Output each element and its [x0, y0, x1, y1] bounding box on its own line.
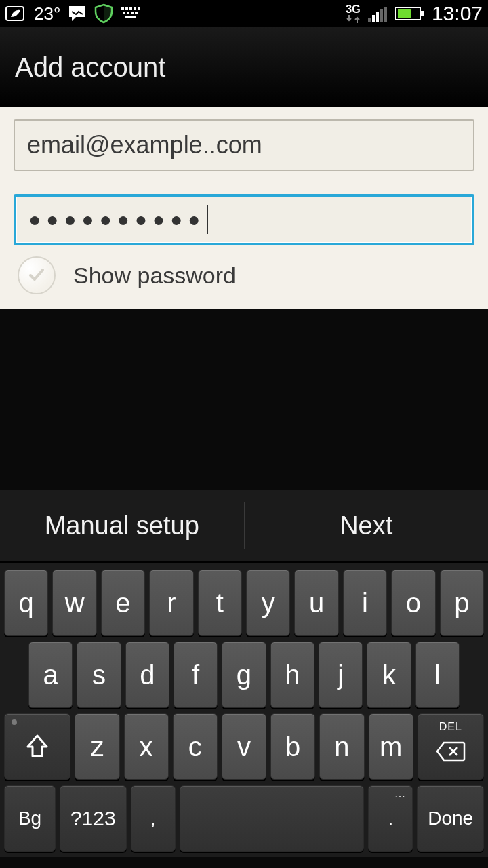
- svg-rect-3: [125, 7, 128, 10]
- key-u[interactable]: u: [294, 570, 338, 636]
- key-c[interactable]: c: [173, 713, 218, 780]
- svg-rect-16: [384, 7, 387, 22]
- svg-rect-11: [125, 16, 136, 18]
- svg-rect-19: [398, 9, 411, 18]
- symbols-key[interactable]: ?123: [60, 785, 127, 852]
- key-d[interactable]: d: [125, 642, 169, 708]
- keyboard-indicator-icon: [120, 6, 143, 21]
- eco-icon: [5, 5, 27, 22]
- svg-rect-15: [380, 9, 383, 22]
- language-key[interactable]: Bg: [4, 785, 56, 852]
- done-key[interactable]: Done: [417, 785, 484, 852]
- backspace-icon: [436, 741, 466, 762]
- messenger-icon: [67, 3, 87, 24]
- key-g[interactable]: g: [222, 642, 266, 708]
- key-q[interactable]: q: [4, 570, 48, 636]
- password-field[interactable]: ●●●●●●●●●●: [14, 194, 474, 245]
- svg-rect-13: [372, 15, 375, 22]
- key-a[interactable]: a: [28, 642, 73, 708]
- manual-setup-button[interactable]: Manual setup: [0, 490, 244, 561]
- form-area: ●●●●●●●●●● Show password: [0, 107, 488, 309]
- svg-rect-6: [138, 7, 140, 10]
- empty-space: [0, 309, 488, 490]
- keyboard-row-4: Bg ?123 , ⋯ . Done: [4, 785, 484, 852]
- screen-title-bar: Add account: [0, 27, 488, 107]
- status-bar: 23° 3G 13:07: [0, 0, 488, 27]
- comma-key[interactable]: ,: [131, 785, 176, 852]
- key-p[interactable]: p: [440, 570, 484, 636]
- key-n[interactable]: n: [319, 713, 364, 780]
- space-key[interactable]: [180, 785, 364, 852]
- svg-rect-2: [121, 7, 124, 10]
- svg-rect-4: [129, 7, 132, 10]
- key-v[interactable]: v: [222, 713, 266, 780]
- network-3g-icon: 3G: [345, 4, 361, 23]
- period-key[interactable]: ⋯ .: [368, 785, 413, 852]
- keyboard-row-2: a s d f g h j k l: [4, 642, 484, 708]
- key-r[interactable]: r: [149, 570, 193, 636]
- keyboard-row-1: q w e r t y u i o p: [4, 570, 484, 636]
- action-bar: Manual setup Next: [0, 490, 488, 563]
- keyboard-row-3: z x c v b n m DEL: [4, 713, 484, 780]
- key-i[interactable]: i: [343, 570, 387, 636]
- email-field[interactable]: [14, 119, 474, 171]
- key-b[interactable]: b: [270, 713, 315, 780]
- password-mask: ●●●●●●●●●●: [28, 208, 205, 231]
- key-m[interactable]: m: [369, 713, 413, 780]
- battery-icon: [395, 5, 425, 22]
- show-password-label: Show password: [73, 262, 236, 289]
- key-x[interactable]: x: [124, 713, 169, 780]
- svg-rect-10: [135, 12, 138, 14]
- temperature: 23°: [34, 3, 60, 24]
- svg-rect-18: [421, 11, 424, 16]
- svg-rect-9: [131, 12, 134, 14]
- shift-indicator-dot: [12, 719, 17, 725]
- soft-keyboard: q w e r t y u i o p a s d f g h j k l z …: [0, 563, 488, 857]
- shield-icon: [94, 3, 113, 24]
- svg-rect-12: [368, 18, 371, 22]
- signal-icon: [368, 5, 388, 22]
- period-alt-icon: ⋯: [394, 790, 405, 803]
- shift-icon: [26, 734, 49, 759]
- key-t[interactable]: t: [198, 570, 242, 636]
- delete-label: DEL: [418, 721, 483, 733]
- key-h[interactable]: h: [270, 642, 314, 708]
- text-caret: [207, 205, 208, 234]
- key-w[interactable]: w: [52, 570, 96, 636]
- key-f[interactable]: f: [174, 642, 218, 708]
- key-o[interactable]: o: [391, 570, 435, 636]
- key-y[interactable]: y: [246, 570, 290, 636]
- svg-rect-7: [123, 12, 125, 14]
- key-z[interactable]: z: [75, 713, 119, 780]
- key-l[interactable]: l: [415, 642, 460, 708]
- svg-rect-5: [134, 7, 136, 10]
- show-password-checkbox[interactable]: [18, 256, 56, 294]
- delete-key[interactable]: DEL: [418, 713, 484, 780]
- screen-title: Add account: [15, 52, 165, 83]
- shift-key[interactable]: [4, 713, 70, 780]
- key-e[interactable]: e: [101, 570, 145, 636]
- key-s[interactable]: s: [77, 642, 121, 708]
- svg-rect-8: [127, 12, 129, 14]
- key-j[interactable]: j: [319, 642, 363, 708]
- show-password-row[interactable]: Show password: [14, 245, 474, 301]
- svg-rect-14: [376, 12, 379, 22]
- next-button[interactable]: Next: [245, 490, 489, 561]
- key-k[interactable]: k: [367, 642, 411, 708]
- clock: 13:07: [432, 2, 483, 25]
